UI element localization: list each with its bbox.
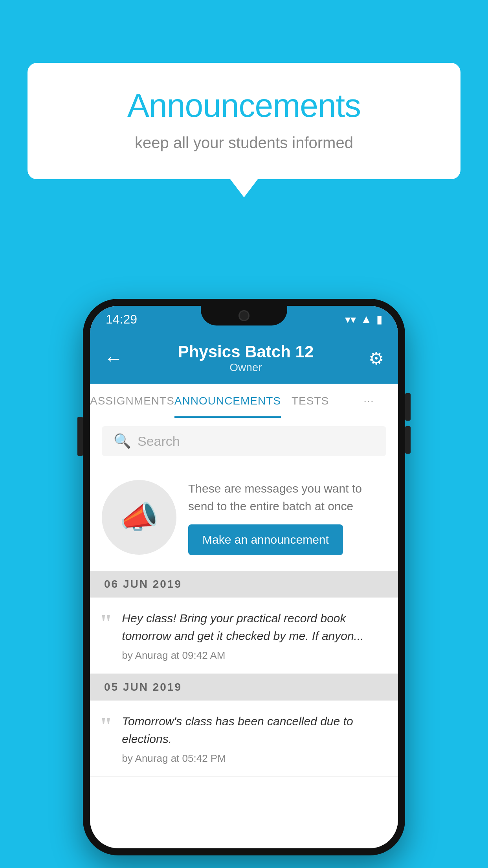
phone-mockup: 14:29 ▾▾ ▲ ▮ ← Physics Batch 12 Owner ⚙ — [83, 299, 405, 855]
status-time: 14:29 — [106, 312, 137, 327]
volume-up-button — [405, 393, 411, 421]
announcement-text-2: Tomorrow's class has been cancelled due … — [122, 712, 386, 748]
bubble-subtitle: keep all your students informed — [59, 134, 429, 152]
prompt-right: These are messages you want to send to t… — [188, 480, 386, 555]
back-button[interactable]: ← — [104, 348, 123, 369]
tab-assignments[interactable]: ASSIGNMENTS — [90, 384, 174, 418]
settings-button[interactable]: ⚙ — [369, 348, 384, 368]
announcement-item-1[interactable]: " Hey class! Bring your practical record… — [90, 598, 398, 674]
batch-role: Owner — [131, 361, 361, 374]
power-button — [77, 417, 83, 456]
tab-tests[interactable]: TESTS — [281, 384, 339, 418]
announcement-item-2[interactable]: " Tomorrow's class has been cancelled du… — [90, 701, 398, 777]
announcement-author-2: by Anurag at 05:42 PM — [122, 752, 386, 765]
volume-buttons — [405, 393, 411, 454]
speech-bubble-card: Announcements keep all your students inf… — [28, 63, 460, 179]
make-announcement-button[interactable]: Make an announcement — [188, 524, 343, 555]
phone-notch — [201, 306, 287, 326]
announcement-content-1: Hey class! Bring your practical record b… — [122, 609, 386, 662]
date-separator-1: 06 JUN 2019 — [90, 571, 398, 598]
search-icon: 🔍 — [114, 433, 131, 449]
signal-icon: ▲ — [361, 313, 372, 326]
announcement-author-1: by Anurag at 09:42 AM — [122, 649, 386, 662]
quote-icon-2: " — [99, 714, 112, 737]
phone-outer: 14:29 ▾▾ ▲ ▮ ← Physics Batch 12 Owner ⚙ — [83, 299, 405, 855]
battery-icon: ▮ — [376, 313, 382, 326]
search-section: 🔍 Search — [90, 418, 398, 464]
speech-bubble-section: Announcements keep all your students inf… — [28, 63, 460, 179]
date-label-2: 05 JUN 2019 — [104, 681, 182, 693]
phone-screen: 14:29 ▾▾ ▲ ▮ ← Physics Batch 12 Owner ⚙ — [90, 306, 398, 848]
tabs-bar: ASSIGNMENTS ANNOUNCEMENTS TESTS ··· — [90, 384, 398, 418]
app-header: ← Physics Batch 12 Owner ⚙ — [90, 333, 398, 384]
status-icons: ▾▾ ▲ ▮ — [345, 313, 382, 326]
prompt-description: These are messages you want to send to t… — [188, 480, 386, 515]
megaphone-icon: 📣 — [119, 499, 159, 536]
announcement-text-1: Hey class! Bring your practical record b… — [122, 609, 386, 645]
header-center: Physics Batch 12 Owner — [131, 342, 361, 374]
volume-down-button — [405, 426, 411, 454]
camera-notch — [238, 310, 250, 321]
megaphone-circle: 📣 — [102, 480, 176, 555]
announcement-content-2: Tomorrow's class has been cancelled due … — [122, 712, 386, 765]
tab-announcements[interactable]: ANNOUNCEMENTS — [174, 384, 281, 418]
wifi-icon: ▾▾ — [345, 313, 356, 326]
quote-icon-1: " — [99, 611, 112, 634]
date-separator-2: 05 JUN 2019 — [90, 674, 398, 701]
tab-more[interactable]: ··· — [339, 384, 398, 418]
batch-title: Physics Batch 12 — [131, 342, 361, 361]
search-bar[interactable]: 🔍 Search — [102, 426, 386, 456]
date-label-1: 06 JUN 2019 — [104, 578, 182, 590]
search-placeholder: Search — [138, 434, 180, 449]
bubble-title: Announcements — [59, 86, 429, 125]
announcement-prompt: 📣 These are messages you want to send to… — [90, 464, 398, 571]
